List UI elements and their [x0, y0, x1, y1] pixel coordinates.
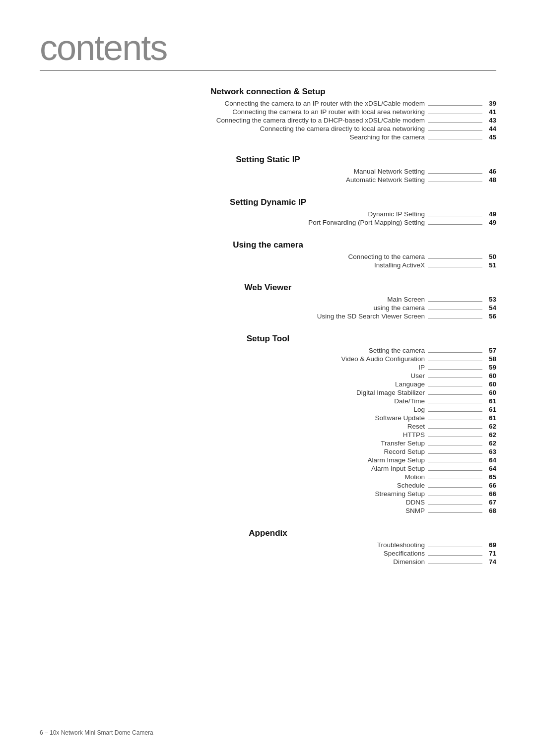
toc-page: 46 [485, 168, 496, 175]
toc-row: Record Setup63 [40, 448, 496, 455]
toc-dots [428, 182, 482, 182]
toc-row: Schedule66 [40, 482, 496, 489]
toc-page: 60 [485, 380, 496, 388]
toc-row: DDNS67 [40, 499, 496, 506]
section-title-2: Setting Dynamic IP [40, 197, 496, 207]
toc-row: Port Forwarding (Port Mapping) Setting49 [40, 219, 496, 226]
toc-item-label: Connecting the camera to an IP router wi… [225, 100, 425, 107]
toc-page: 39 [485, 100, 496, 107]
toc-row: SNMP68 [40, 507, 496, 514]
toc-page: 68 [485, 507, 496, 514]
toc-page: 57 [485, 347, 496, 354]
toc-dots [428, 386, 482, 386]
toc-row: Dimension74 [40, 558, 496, 566]
title-divider [40, 70, 496, 71]
toc-dots [428, 403, 482, 403]
toc-row: Software Update61 [40, 414, 496, 422]
toc-page: 45 [485, 133, 496, 141]
toc-row: HTTPS62 [40, 431, 496, 439]
toc-dots [428, 369, 482, 370]
toc-dots [428, 564, 482, 564]
section-title-6: Appendix [40, 528, 496, 538]
toc-item-label: Searching for the camera [349, 133, 425, 141]
toc-page: 51 [485, 261, 496, 269]
toc-page: 62 [485, 423, 496, 430]
toc-dots [428, 394, 482, 395]
toc-dots [428, 361, 482, 361]
section-5: Setup ToolSetting the camera57Video & Au… [40, 334, 496, 514]
toc-row: Searching for the camera45 [40, 133, 496, 141]
toc-item-label: Connecting the camera directly to a DHCP… [216, 117, 425, 124]
toc-page: 56 [485, 313, 496, 320]
toc-dots [428, 504, 482, 504]
toc-dots [428, 462, 482, 462]
toc-page: 61 [485, 397, 496, 405]
toc-item-label: Automatic Network Setting [346, 176, 425, 184]
toc-row: Connecting the camera to an IP router wi… [40, 108, 496, 116]
toc-dots [428, 352, 482, 353]
toc-dots [428, 479, 482, 479]
toc-page: 49 [485, 219, 496, 226]
toc-dots [428, 310, 482, 310]
toc-dots [428, 114, 482, 114]
toc-dots [428, 122, 482, 123]
toc-item-label: SNMP [405, 507, 425, 514]
toc-item-label: Connecting the camera directly to local … [260, 125, 425, 132]
toc-dots [428, 470, 482, 471]
toc-row: Connecting the camera directly to local … [40, 125, 496, 132]
toc-item-label: Setting the camera [369, 347, 425, 354]
toc-page: 41 [485, 108, 496, 116]
toc-row: Streaming Setup66 [40, 490, 496, 498]
toc-row: Setting the camera57 [40, 347, 496, 354]
toc-item-label: Log [413, 406, 425, 413]
toc-item-label: Digital Image Stabilizer [356, 389, 425, 396]
toc-row: Connecting the camera to an IP router wi… [40, 100, 496, 107]
toc-dots [428, 267, 482, 267]
toc-item-label: Using the SD Search Viewer Screen [317, 313, 425, 320]
toc-item-label: DDNS [406, 499, 425, 506]
toc-row: Connecting the camera directly to a DHCP… [40, 117, 496, 124]
toc-dots [428, 453, 482, 454]
toc-page: 60 [485, 389, 496, 396]
toc-row: Transfer Setup62 [40, 440, 496, 447]
toc-dots [428, 512, 482, 513]
toc-row: Dynamic IP Setting49 [40, 210, 496, 218]
toc-dots [428, 496, 482, 496]
toc-page: 59 [485, 364, 496, 371]
toc-dots [428, 420, 482, 420]
toc-item-label: Connecting the camera to an IP router wi… [232, 108, 425, 116]
toc-page: 65 [485, 473, 496, 481]
toc-dots [428, 301, 482, 302]
toc-dots [428, 139, 482, 139]
toc-row: Alarm Image Setup64 [40, 456, 496, 464]
section-2: Setting Dynamic IPDynamic IP Setting49Po… [40, 197, 496, 226]
toc-page: 61 [485, 406, 496, 413]
toc-row: Video & Audio Configuration58 [40, 355, 496, 363]
toc-item-label: Language [395, 380, 425, 388]
toc-item-label: Manual Network Setting [354, 168, 425, 175]
section-3: Using the cameraConnecting to the camera… [40, 240, 496, 269]
toc-item-label: Date/Time [394, 397, 425, 405]
toc-dots [428, 216, 482, 216]
toc-dots [428, 378, 482, 378]
toc-page: 53 [485, 296, 496, 303]
toc-row: Motion65 [40, 473, 496, 481]
toc-page: 62 [485, 440, 496, 447]
section-title-5: Setup Tool [40, 334, 496, 344]
toc-dots [428, 445, 482, 445]
toc-row: Automatic Network Setting48 [40, 176, 496, 184]
toc-page: 44 [485, 125, 496, 132]
toc-page: 62 [485, 431, 496, 439]
toc-page: 60 [485, 372, 496, 379]
toc-page: 71 [485, 550, 496, 557]
toc-row: Using the SD Search Viewer Screen56 [40, 313, 496, 320]
section-1: Setting Static IPManual Network Setting4… [40, 155, 496, 184]
toc-row: using the camera54 [40, 304, 496, 312]
toc-row: Language60 [40, 380, 496, 388]
toc-page: 50 [485, 253, 496, 260]
toc-dots [428, 130, 482, 131]
toc-dots [428, 224, 482, 225]
toc-item-label: Port Forwarding (Port Mapping) Setting [308, 219, 425, 226]
toc-row: User60 [40, 372, 496, 379]
toc-item-label: Troubleshooting [377, 541, 425, 549]
